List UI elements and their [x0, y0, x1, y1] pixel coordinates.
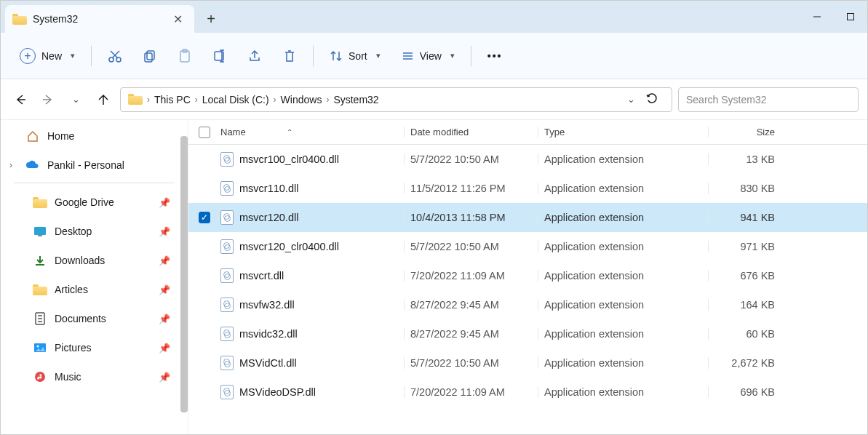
file-date-cell: 7/20/2022 11:09 AM — [404, 386, 538, 398]
svg-rect-17 — [34, 227, 46, 235]
maximize-button[interactable] — [834, 1, 867, 33]
column-header-size[interactable]: Size — [708, 127, 784, 137]
refresh-icon — [645, 92, 658, 105]
folder-icon — [12, 13, 27, 25]
breadcrumb-item[interactable]: System32 — [333, 94, 378, 105]
tab-bar: System32 ✕ + — [1, 1, 867, 33]
copy-button[interactable] — [134, 43, 166, 69]
chevron-down-icon: ⌄ — [72, 94, 80, 105]
divider — [471, 46, 471, 66]
scrollbar-thumb[interactable] — [180, 136, 188, 412]
cut-button[interactable] — [99, 43, 131, 69]
file-type-cell: Application extension — [538, 270, 708, 282]
back-button[interactable] — [9, 89, 31, 111]
file-type-cell: Application extension — [538, 153, 708, 165]
forward-button[interactable] — [37, 89, 59, 111]
tab-active[interactable]: System32 ✕ — [5, 5, 194, 33]
file-date-cell: 10/4/2013 11:58 PM — [404, 212, 538, 223]
file-name-cell: msvfw32.dll — [220, 298, 404, 312]
sidebar-item-home[interactable]: Home — [4, 124, 185, 148]
sidebar-item-label: Google Drive — [55, 196, 114, 208]
search-input[interactable] — [686, 94, 851, 105]
table-row[interactable]: msvfw32.dll8/27/2022 9:45 AMApplication … — [188, 290, 867, 319]
dll-file-icon — [220, 210, 234, 225]
column-label: Date modified — [410, 127, 469, 137]
breadcrumb-item[interactable]: Local Disk (C:) — [202, 94, 269, 105]
ellipsis-icon: ••• — [487, 50, 503, 62]
file-name-cell: msvcr110.dll — [220, 181, 404, 196]
divider — [313, 46, 314, 66]
delete-button[interactable] — [274, 43, 306, 69]
file-date-cell: 8/27/2022 9:45 AM — [404, 328, 538, 340]
close-tab-button[interactable]: ✕ — [171, 12, 184, 25]
chevron-right-icon[interactable]: › — [9, 160, 12, 170]
sidebar-item-articles[interactable]: Articles📌 — [4, 278, 185, 301]
toolbar: + New ▾ Sort ▾ View ▾ ••• — [1, 33, 867, 79]
paste-button[interactable] — [169, 43, 201, 69]
address-dropdown-button[interactable]: ⌄ — [627, 94, 635, 105]
file-size-cell: 676 KB — [708, 270, 784, 282]
rename-button[interactable] — [204, 43, 236, 69]
document-icon — [33, 312, 47, 325]
table-row[interactable]: msvcr110.dll11/5/2012 11:26 PMApplicatio… — [188, 174, 867, 203]
svg-rect-6 — [147, 51, 154, 60]
select-all-checkbox[interactable] — [199, 127, 220, 138]
table-row[interactable]: msvidc32.dll8/27/2022 9:45 AMApplication… — [188, 319, 867, 348]
refresh-button[interactable] — [640, 92, 664, 107]
file-size-cell: 164 KB — [708, 299, 784, 311]
sidebar-item-label: Articles — [55, 284, 88, 295]
sidebar-item-onedrive[interactable]: › Pankil - Personal — [4, 153, 185, 177]
sort-button[interactable]: Sort ▾ — [321, 43, 389, 69]
body: Home › Pankil - Personal Google Drive📌De… — [1, 120, 867, 435]
share-button[interactable] — [239, 43, 271, 69]
plus-circle-icon: + — [20, 48, 36, 64]
dll-file-icon — [220, 385, 234, 399]
file-name-cell: msvcr100_clr0400.dll — [220, 152, 404, 167]
sidebar-item-label: Pictures — [55, 342, 92, 354]
sidebar-item-music[interactable]: Music📌 — [4, 365, 185, 388]
view-button[interactable]: View ▾ — [392, 43, 463, 69]
row-checkbox[interactable]: ✓ — [199, 212, 220, 223]
sidebar-item-documents[interactable]: Documents📌 — [4, 307, 185, 330]
table-row[interactable]: msvcr100_clr0400.dll5/7/2022 10:50 AMApp… — [188, 145, 867, 174]
chevron-right-icon: › — [147, 95, 150, 105]
folder-icon — [33, 283, 47, 296]
table-row[interactable]: msvcrt.dll7/20/2022 11:09 AMApplication … — [188, 261, 867, 290]
file-type-cell: Application extension — [538, 212, 708, 223]
column-header-type[interactable]: Type — [538, 127, 708, 137]
table-row[interactable]: MSVideoDSP.dll7/20/2022 11:09 AMApplicat… — [188, 378, 867, 407]
sidebar-item-label: Music — [55, 371, 81, 383]
pin-icon: 📌 — [159, 226, 170, 237]
sidebar-item-pictures[interactable]: Pictures📌 — [4, 336, 185, 359]
breadcrumb-item[interactable]: Windows — [281, 94, 322, 105]
table-row[interactable]: MSVidCtl.dll5/7/2022 10:50 AMApplication… — [188, 348, 867, 378]
sidebar-item-label: Home — [47, 130, 74, 142]
table-row[interactable]: msvcr120_clr0400.dll5/7/2022 10:50 AMApp… — [188, 232, 867, 261]
address-bar[interactable]: › This PC › Local Disk (C:) › Windows › … — [120, 87, 672, 112]
svg-point-24 — [37, 346, 39, 348]
file-name: msvcrt.dll — [239, 270, 284, 282]
sidebar-item-downloads[interactable]: Downloads📌 — [4, 249, 185, 272]
sidebar-item-google-drive[interactable]: Google Drive📌 — [4, 191, 185, 214]
more-button[interactable]: ••• — [479, 43, 511, 69]
breadcrumb-item[interactable]: This PC — [154, 94, 191, 105]
dll-file-icon — [220, 298, 234, 312]
minimize-button[interactable] — [800, 1, 834, 33]
new-tab-button[interactable]: + — [197, 5, 225, 33]
file-date-cell: 5/7/2022 10:50 AM — [404, 241, 538, 252]
table-row[interactable]: ✓msvcr120.dll10/4/2013 11:58 PMApplicati… — [188, 203, 867, 232]
address-bar-row: ⌄ › This PC › Local Disk (C:) › Windows … — [1, 79, 867, 120]
column-header-name[interactable]: Name ⌃ — [220, 127, 404, 137]
sidebar-item-desktop[interactable]: Desktop📌 — [4, 220, 185, 243]
new-button[interactable]: + New ▾ — [11, 43, 84, 69]
file-size-cell: 13 KB — [708, 153, 784, 165]
up-button[interactable] — [92, 89, 114, 111]
file-type-cell: Application extension — [538, 386, 708, 398]
file-name: msvcr110.dll — [239, 183, 298, 194]
chevron-right-icon: › — [326, 95, 329, 105]
search-box[interactable] — [678, 87, 859, 112]
chevron-right-icon: › — [274, 95, 276, 105]
column-header-date[interactable]: Date modified — [404, 127, 538, 137]
sidebar-item-label: Documents — [55, 313, 106, 324]
recent-button[interactable]: ⌄ — [65, 89, 87, 111]
